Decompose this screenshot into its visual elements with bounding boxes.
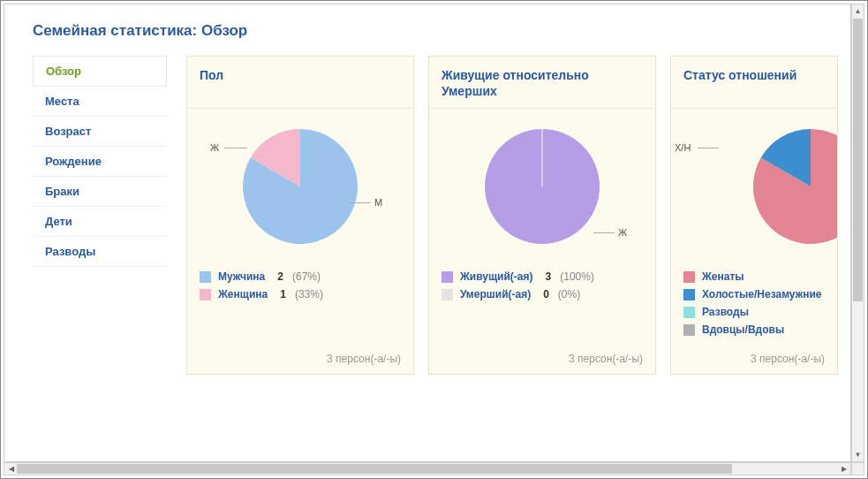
pie-label-single: Х/Н	[675, 142, 691, 153]
sidebar-item-marriages[interactable]: Браки	[33, 177, 167, 207]
swatch-icon	[683, 307, 695, 318]
legend-pct: (100%)	[560, 270, 594, 283]
swatch-icon	[442, 271, 453, 283]
legend-label: Умерший(-ая)	[460, 288, 531, 300]
pie-label-female: Ж	[210, 142, 219, 153]
legend-value: 0	[543, 288, 549, 300]
pie-label-alive: Ж	[618, 227, 627, 238]
pie-label-male: М	[374, 197, 382, 208]
vertical-scrollbar[interactable]: ▲ ▼	[851, 4, 864, 462]
card-living: Живущие относительно Умерших Ж Жи	[428, 56, 656, 375]
scroll-down-icon[interactable]: ▼	[854, 449, 862, 460]
horizontal-scrollbar[interactable]: ◀ ▶	[4, 462, 851, 475]
scroll-left-icon[interactable]: ◀	[5, 464, 17, 474]
legend-row: Живущий(-ая) 3 (100%)	[442, 268, 643, 285]
legend-relationship: Женаты Холостые/Незамужние Разводы	[671, 264, 837, 344]
legend-row: Умерший(-ая) 0 (0%)	[442, 285, 643, 303]
legend-row: Вдовцы/Вдовы	[683, 321, 825, 338]
legend-value: 3	[546, 270, 552, 283]
sidebar-item-birth[interactable]: Рождение	[33, 147, 167, 177]
sidebar-item-overview[interactable]: Обзор	[33, 57, 167, 87]
legend-pct: (0%)	[558, 288, 580, 300]
card-footer: 3 персон(-а/-ы)	[187, 344, 413, 374]
legend-label: Холостые/Незамужние	[702, 288, 822, 300]
legend-label: Женщина	[218, 288, 268, 300]
pie-chart-living: Ж	[429, 109, 655, 264]
sidebar-nav: Обзор Места Возраст Рождение Браки Дети …	[33, 56, 167, 375]
legend-value: 2	[277, 270, 283, 283]
swatch-icon	[683, 324, 695, 336]
legend-row: Женщина 1 (33%)	[200, 285, 401, 303]
legend-row: Мужчина 2 (67%)	[200, 268, 401, 285]
legend-label: Женаты	[702, 270, 744, 283]
legend-value: 1	[280, 288, 286, 300]
card-title-relationship: Статус отношений	[683, 67, 825, 99]
legend-label: Мужчина	[218, 270, 265, 283]
scroll-right-icon[interactable]: ▶	[838, 464, 849, 474]
scroll-up-icon[interactable]: ▲	[854, 5, 862, 17]
scroll-thumb[interactable]	[853, 19, 863, 301]
scroll-thumb[interactable]	[17, 464, 732, 474]
page-title: Семейная статистика: Обзор	[33, 22, 851, 40]
legend-gender: Мужчина 2 (67%) Женщина 1 (33%)	[187, 264, 413, 308]
swatch-icon	[200, 271, 211, 283]
card-gender: Пол М Ж	[186, 56, 414, 375]
legend-pct: (33%)	[295, 288, 323, 300]
sidebar-item-children[interactable]: Дети	[33, 207, 167, 237]
sidebar-item-age[interactable]: Возраст	[33, 117, 167, 147]
sidebar-item-places[interactable]: Места	[33, 87, 167, 117]
legend-row: Разводы	[683, 303, 825, 321]
swatch-icon	[683, 289, 695, 300]
card-footer: 3 персон(-а/-ы)	[429, 344, 655, 374]
sidebar-item-divorces[interactable]: Разводы	[33, 237, 167, 267]
card-relationship: Статус отношений Х/Н Женаты	[670, 56, 838, 375]
legend-label: Вдовцы/Вдовы	[702, 323, 784, 336]
pie-chart-gender: М Ж	[187, 109, 413, 264]
pie-chart-relationship: Х/Н	[671, 109, 837, 264]
legend-label: Живущий(-ая)	[460, 270, 533, 283]
swatch-icon	[442, 289, 453, 300]
legend-row: Женаты	[683, 268, 825, 285]
legend-row: Холостые/Незамужние	[683, 285, 825, 303]
resize-grip-icon	[851, 462, 864, 475]
legend-living: Живущий(-ая) 3 (100%) Умерший(-ая) 0 (0%…	[429, 264, 655, 308]
card-title-gender: Пол	[200, 67, 401, 99]
legend-pct: (67%)	[292, 270, 321, 283]
swatch-icon	[683, 271, 695, 283]
card-title-living: Живущие относительно Умерших	[442, 67, 643, 99]
swatch-icon	[200, 289, 211, 300]
card-footer: 3 персон(-а/-ы)	[671, 344, 837, 374]
legend-label: Разводы	[702, 306, 749, 318]
